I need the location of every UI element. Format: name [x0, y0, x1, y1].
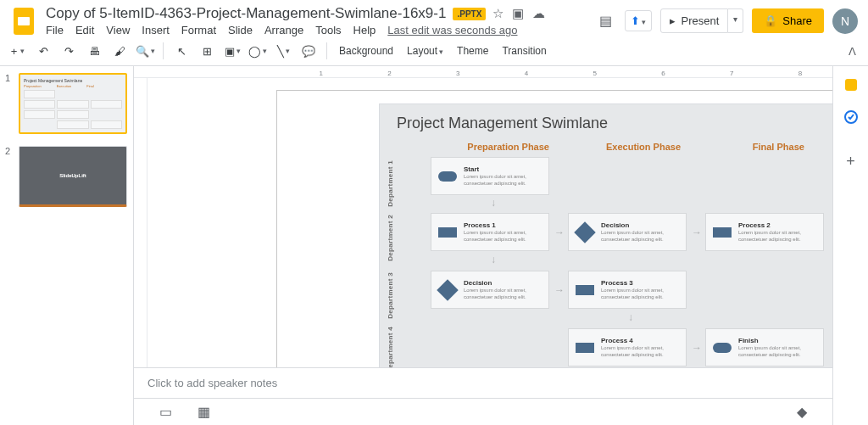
new-slide-button[interactable]: + ▾	[7, 40, 29, 62]
lane-3-label: Department 3	[387, 272, 394, 319]
filmstrip: 1 Project Management Swimlane Preparatio…	[0, 66, 134, 425]
slide-thumb-2[interactable]: 2 SlideUpLift	[5, 146, 128, 207]
collapse-toolbar[interactable]: ᐱ	[849, 45, 856, 58]
paint-format-button[interactable]: 🖌	[108, 40, 131, 62]
line-tool[interactable]: ╲▾	[272, 40, 294, 62]
vertical-ruler	[134, 78, 147, 367]
transition-button[interactable]: Transition	[497, 45, 551, 57]
horizontal-ruler: 12345678	[134, 66, 832, 78]
menu-edit[interactable]: Edit	[75, 24, 94, 36]
comment-tool[interactable]: 💬	[298, 40, 320, 62]
phase-final: Final Phase	[711, 142, 832, 152]
bottom-bar: ▭ ▦ ◆	[134, 398, 832, 425]
grid-view-icon[interactable]: ▦	[198, 404, 210, 420]
menu-slide[interactable]: Slide	[228, 24, 253, 36]
lane-1-label: Department 1	[387, 160, 394, 207]
zoom-button[interactable]: 🔍▾	[134, 40, 156, 62]
menu-tools[interactable]: Tools	[315, 24, 341, 36]
filmstrip-view-icon[interactable]: ▭	[159, 404, 172, 420]
card-process4: Process 4Lorem ipsum dolor sit amet, con…	[568, 328, 687, 366]
phase-execution: Execution Phase	[576, 142, 710, 152]
redo-button[interactable]: ↷	[58, 40, 80, 62]
theme-button[interactable]: Theme	[452, 45, 493, 57]
pptx-badge: .PPTX	[453, 8, 486, 20]
card-finish: FinishLorem ipsum dolor sit amet, consec…	[705, 328, 824, 366]
present-dropdown[interactable]: ▾	[728, 8, 743, 33]
phase-preparation: Preparation Phase	[441, 142, 576, 152]
swimlane-diagram: Project Management Swimlane Preparation …	[379, 103, 832, 367]
textbox-tool[interactable]: ⊞	[196, 40, 218, 62]
lane-4-label: Department 4	[387, 327, 394, 367]
comments-icon[interactable]: ▤	[594, 10, 616, 32]
app-header: Copy of 5-ItemID-4363-Project-Management…	[0, 0, 868, 36]
cloud-icon[interactable]: ☁	[532, 6, 545, 21]
slide-thumb-1[interactable]: 1 Project Management Swimlane Preparatio…	[5, 73, 128, 134]
menu-insert[interactable]: Insert	[142, 24, 170, 36]
keep-icon[interactable]	[843, 76, 860, 93]
slides-logo[interactable]	[8, 6, 39, 36]
add-addon-icon[interactable]: +	[843, 153, 860, 170]
upload-button[interactable]: ⬆▾	[625, 10, 652, 31]
card-process1: Process 1Lorem ipsum dolor sit amet, con…	[431, 213, 549, 251]
image-tool[interactable]: ▣▾	[221, 40, 243, 62]
print-button[interactable]: 🖶	[83, 40, 105, 62]
card-start: StartLorem ipsum dolor sit amet, consect…	[431, 157, 549, 195]
undo-button[interactable]: ↶	[32, 40, 54, 62]
last-edit-link[interactable]: Last edit was seconds ago	[387, 24, 517, 36]
present-button[interactable]: ▸ Present	[660, 8, 728, 33]
menu-view[interactable]: View	[106, 24, 130, 36]
slide-title: Project Management Swimlane	[397, 115, 608, 132]
share-button[interactable]: 🔒 Share	[752, 8, 824, 33]
lane-2-label: Department 2	[387, 215, 394, 261]
background-button[interactable]: Background	[334, 45, 398, 57]
move-icon[interactable]: ▣	[512, 6, 524, 21]
menu-format[interactable]: Format	[181, 24, 216, 36]
tasks-icon[interactable]	[843, 109, 860, 126]
card-decision-r3: DecisionLorem ipsum dolor sit amet, cons…	[431, 271, 549, 309]
card-decision-r2: DecisionLorem ipsum dolor sit amet, cons…	[568, 213, 687, 251]
menu-file[interactable]: File	[46, 24, 64, 36]
slide-canvas[interactable]: Project Management Swimlane Preparation …	[276, 90, 832, 367]
svg-rect-1	[18, 17, 30, 25]
svg-rect-2	[845, 79, 857, 91]
menu-help[interactable]: Help	[353, 24, 376, 36]
card-process2: Process 2Lorem ipsum dolor sit amet, con…	[705, 213, 824, 251]
menu-bar: File Edit View Insert Format Slide Arran…	[46, 24, 587, 36]
select-tool[interactable]: ↖	[170, 40, 192, 62]
account-avatar[interactable]: N	[832, 8, 858, 34]
star-icon[interactable]: ☆	[492, 6, 504, 21]
layout-button[interactable]: Layout▾	[402, 45, 448, 57]
toolbar: + ▾ ↶ ↷ 🖶 🖌 🔍▾ ↖ ⊞ ▣▾ ◯▾ ╲▾ 💬 Background…	[0, 36, 868, 66]
document-title[interactable]: Copy of 5-ItemID-4363-Project-Management…	[46, 5, 446, 22]
speaker-notes[interactable]: Click to add speaker notes	[134, 367, 832, 398]
explore-icon[interactable]: ◆	[797, 404, 807, 420]
menu-arrange[interactable]: Arrange	[264, 24, 303, 36]
shape-tool[interactable]: ◯▾	[247, 40, 269, 62]
card-process3: Process 3Lorem ipsum dolor sit amet, con…	[568, 271, 687, 309]
side-panel: +	[832, 66, 868, 425]
